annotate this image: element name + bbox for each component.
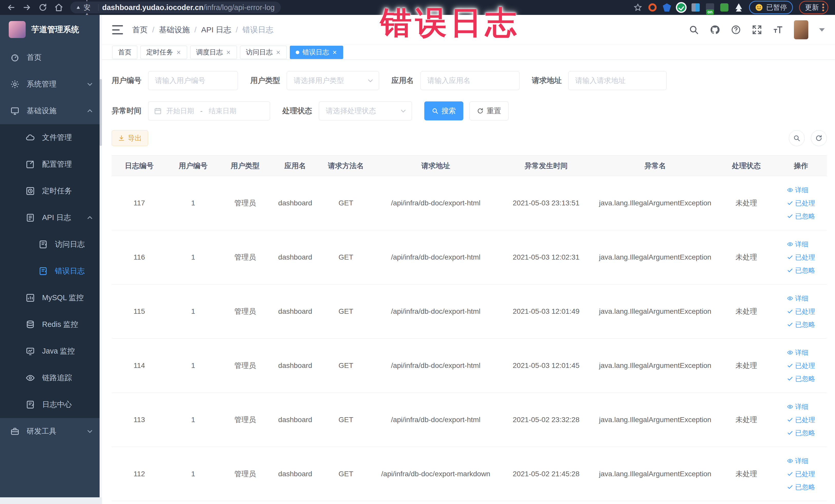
- eye-icon: [787, 295, 793, 301]
- sidebar-item-redis-monitor[interactable]: Redis 监控: [0, 311, 102, 338]
- sidebar-item-mysql-monitor[interactable]: MySQL 监控: [0, 284, 102, 311]
- sidebar-item-system-mgmt[interactable]: 系统管理: [0, 71, 102, 98]
- check-icon: [787, 363, 793, 369]
- date-range-input[interactable]: 开始日期 - 结束日期: [148, 101, 270, 120]
- cell-user-id: 1: [167, 393, 220, 447]
- cell-user-type: 管理员: [220, 230, 271, 284]
- detail-link[interactable]: 详细: [787, 240, 809, 249]
- sidebar-item-access-log[interactable]: 访问日志: [0, 231, 102, 258]
- detail-link[interactable]: 详细: [787, 186, 809, 195]
- tab-close-icon[interactable]: [332, 50, 337, 55]
- chevron-up-icon: [86, 215, 93, 221]
- screen-chart-icon: [26, 347, 35, 356]
- font-size-icon[interactable]: [773, 25, 783, 35]
- avatar-caret-icon[interactable]: [819, 28, 825, 32]
- extension-adblock-icon[interactable]: [648, 3, 657, 12]
- export-button[interactable]: 导出: [111, 130, 148, 146]
- cell-exception: java.lang.IllegalArgumentException: [593, 339, 717, 393]
- sidebar-item-java-monitor[interactable]: Java 监控: [0, 338, 102, 365]
- sidebar-scrollbar-track[interactable]: [100, 15, 102, 497]
- browser-menu-icon[interactable]: [822, 3, 824, 12]
- user-type-select[interactable]: 请选择用户类型: [287, 71, 379, 90]
- tab-home[interactable]: 首页: [112, 46, 137, 59]
- search-icon[interactable]: [689, 25, 699, 35]
- tab-error-log[interactable]: 错误日志: [290, 46, 343, 59]
- mark-handled-link[interactable]: 已处理: [787, 199, 815, 208]
- sidebar-scrollbar-thumb[interactable]: [100, 79, 102, 146]
- tab-close-icon[interactable]: [176, 50, 181, 55]
- sidebar-item-config-mgmt[interactable]: 配置管理: [0, 151, 102, 178]
- cell-app: dashboard: [271, 393, 320, 447]
- hide-search-button[interactable]: [789, 130, 805, 146]
- user-avatar[interactable]: [794, 20, 808, 39]
- extension-shield-icon[interactable]: [663, 3, 671, 12]
- mark-ignored-link[interactable]: 已忽略: [787, 266, 815, 275]
- reset-button[interactable]: 重置: [469, 101, 509, 120]
- search-button[interactable]: 搜索: [424, 101, 463, 120]
- cell-user-type: 管理员: [220, 284, 271, 339]
- sidebar-item-log-center[interactable]: 日志中心: [0, 391, 102, 418]
- process-status-select[interactable]: 请选择处理状态: [319, 101, 412, 120]
- mark-handled-link[interactable]: 已处理: [787, 469, 815, 479]
- tab-access-log[interactable]: 访问日志: [240, 46, 287, 59]
- fullscreen-icon[interactable]: [752, 25, 762, 35]
- col-method: 请求方法名: [320, 156, 372, 176]
- github-icon[interactable]: [710, 25, 720, 35]
- sidebar: 芋道管理系统 首页 系统管理 基础设施: [0, 15, 102, 504]
- sidebar-item-error-log[interactable]: 错误日志: [0, 258, 102, 284]
- tab-scheduled-tasks[interactable]: 定时任务: [140, 46, 187, 59]
- sidebar-item-home[interactable]: 首页: [0, 44, 102, 71]
- extension-sprout-icon[interactable]: [720, 3, 729, 12]
- bookmark-star-icon[interactable]: [633, 3, 642, 12]
- mark-handled-link[interactable]: 已处理: [787, 361, 815, 370]
- filter-row-1: 用户编号 用户类型 请选择用户类型 应用名: [111, 71, 827, 90]
- mark-ignored-link[interactable]: 已忽略: [787, 428, 815, 438]
- sidebar-item-infrastructure[interactable]: 基础设施: [0, 98, 102, 124]
- breadcrumb-home[interactable]: 首页: [132, 25, 148, 35]
- detail-link[interactable]: 详细: [787, 402, 809, 411]
- extension-grid-icon[interactable]: [692, 3, 700, 12]
- sidebar-hscrollbar[interactable]: [0, 497, 102, 504]
- app-name-input[interactable]: [421, 71, 520, 90]
- mark-ignored-link[interactable]: 已忽略: [787, 212, 815, 221]
- forward-icon[interactable]: [23, 3, 31, 12]
- paused-badge[interactable]: 已暂停: [749, 1, 793, 14]
- mark-handled-link[interactable]: 已处理: [787, 416, 815, 424]
- mark-handled-link[interactable]: 已处理: [787, 307, 815, 316]
- mark-ignored-link[interactable]: 已忽略: [787, 320, 815, 329]
- sidebar-logo[interactable]: 芋道管理系统: [0, 15, 102, 44]
- sidebar-item-tracing[interactable]: 链路追踪: [0, 365, 102, 391]
- sidebar-item-file-mgmt[interactable]: 文件管理: [0, 124, 102, 151]
- cell-method: GET: [320, 230, 372, 284]
- tab-close-icon[interactable]: [276, 50, 281, 55]
- tab-close-icon[interactable]: [226, 50, 231, 55]
- detail-link[interactable]: 详细: [787, 348, 809, 357]
- user-id-input[interactable]: [148, 71, 238, 90]
- url-text[interactable]: dashboard.yudao.iocoder.cn/infra/log/api…: [102, 3, 274, 12]
- check-icon: [787, 254, 793, 260]
- tab-schedule-log[interactable]: 调度日志: [190, 46, 237, 59]
- sidebar-item-dev-tools[interactable]: 研发工具: [0, 418, 102, 445]
- back-icon[interactable]: [7, 3, 15, 12]
- mark-ignored-link[interactable]: 已忽略: [787, 483, 815, 492]
- extension-tree-icon[interactable]: [735, 3, 743, 12]
- refresh-table-button[interactable]: [811, 130, 827, 146]
- update-button[interactable]: 更新: [799, 1, 828, 14]
- reload-icon[interactable]: [39, 3, 47, 12]
- extension-check-icon[interactable]: [677, 3, 685, 12]
- address-bar[interactable]: 不安全 dashboard.yudao.iocoder.cn/infra/log…: [70, 2, 281, 13]
- breadcrumb-api-log[interactable]: API 日志: [201, 25, 231, 35]
- home-icon[interactable]: [55, 3, 63, 12]
- sidebar-item-api-log[interactable]: API 日志: [0, 204, 102, 231]
- sidebar-item-scheduled-tasks[interactable]: 定时任务: [0, 178, 102, 204]
- hamburger-icon[interactable]: [112, 25, 123, 35]
- detail-link[interactable]: 详细: [787, 457, 809, 465]
- extension-script-icon[interactable]: on: [706, 3, 714, 12]
- breadcrumb-infrastructure[interactable]: 基础设施: [159, 25, 190, 35]
- table-row: 114 1 管理员 dashboard GET /api/infra/db-do…: [111, 339, 827, 393]
- request-url-input[interactable]: [568, 71, 667, 90]
- mark-ignored-link[interactable]: 已忽略: [787, 374, 815, 383]
- detail-link[interactable]: 详细: [787, 294, 809, 303]
- help-icon[interactable]: [731, 25, 741, 35]
- mark-handled-link[interactable]: 已处理: [787, 253, 815, 262]
